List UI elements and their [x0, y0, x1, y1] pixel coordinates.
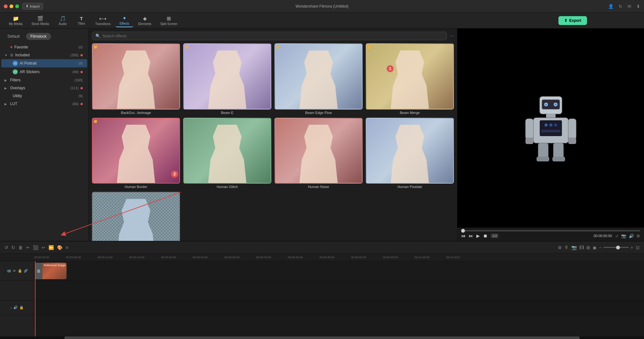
stop-button[interactable]: ⏹: [483, 233, 487, 238]
zoom-in-icon[interactable]: +: [631, 245, 633, 250]
import-button[interactable]: ⬇ Import: [22, 3, 43, 9]
volume-track-icon[interactable]: 🔊: [13, 305, 18, 310]
zoom-thumb[interactable]: [616, 246, 620, 249]
account-icon[interactable]: 👤: [608, 4, 614, 9]
sidebar-item-lut[interactable]: ▶ LUT (66): [1, 100, 87, 108]
volume-icon[interactable]: 🔊: [629, 234, 634, 238]
effect-item-beam-e[interactable]: 👑 Beam E: [183, 43, 271, 115]
reference-image-clip[interactable]: 🖼 Reference Image 2: [35, 263, 67, 279]
play-button[interactable]: ▶: [476, 233, 480, 238]
link-icon[interactable]: 🔗: [24, 269, 28, 273]
screenshot-icon[interactable]: 📷: [621, 234, 626, 238]
tab-default[interactable]: Default: [3, 33, 24, 40]
sidebar-item-overlays[interactable]: ▶ Overlays (111): [1, 84, 87, 92]
ruler-mark-3: 00:00:15:00: [129, 256, 161, 259]
audio-track-content[interactable]: [34, 300, 644, 315]
preview-scrubber[interactable]: [461, 230, 640, 231]
effect-thumb-human-border[interactable]: 👑: [92, 118, 180, 184]
toolbar-effects[interactable]: ✦ Effects: [116, 14, 133, 27]
settings-icon[interactable]: ⚙: [636, 234, 640, 238]
close-button[interactable]: [4, 4, 8, 8]
fullscreen-icon[interactable]: ⤢: [615, 234, 619, 238]
effect-item-human-segmentation[interactable]: Human S...entation: [92, 192, 180, 241]
lock-audio-icon[interactable]: 🔒: [19, 305, 24, 310]
sidebar-item-ai-portrait[interactable]: AI AI Portrait (9): [1, 59, 87, 67]
toolbar-titles[interactable]: T Titles: [73, 15, 90, 27]
annotation-1: 1: [387, 65, 394, 72]
effect-item-human-glitch[interactable]: Human Glitch: [183, 118, 271, 189]
undo-icon[interactable]: ↺: [4, 245, 8, 250]
speed-icon[interactable]: ⏩: [48, 245, 54, 250]
svg-rect-12: [541, 130, 560, 132]
fit-icon[interactable]: ⊡: [636, 245, 640, 250]
cut-icon[interactable]: ✂: [26, 245, 30, 250]
scrollbar-thumb[interactable]: [64, 336, 580, 339]
svg-rect-13: [525, 119, 533, 139]
effect-item-human-border[interactable]: 👑 Human Border: [92, 118, 180, 189]
toolbar-transitions[interactable]: ⟷ Transitions: [91, 14, 114, 27]
sidebar-item-included[interactable]: ▼ ⊞ Included (395): [1, 51, 87, 59]
zoom-out-icon[interactable]: −: [599, 245, 602, 250]
zoom-slider[interactable]: [603, 247, 629, 248]
playback-rate[interactable]: 1/2: [491, 234, 499, 238]
search-input[interactable]: [102, 34, 443, 38]
effect-thumb-beam-edge-flow[interactable]: 👑: [274, 43, 363, 110]
download-icon[interactable]: ⬇: [636, 4, 640, 9]
effect-item-human-noise[interactable]: Human Noise: [274, 118, 363, 189]
effect-thumb-beam-merge[interactable]: 👑: [366, 43, 454, 110]
video-track-content[interactable]: 🖼 Reference Image 2: [34, 261, 644, 281]
effect-thumb-human-segmentation[interactable]: [92, 192, 180, 241]
effect-thumb-background-erimage[interactable]: 👑: [92, 43, 180, 110]
sidebar-item-utility[interactable]: Utility (9): [1, 92, 87, 100]
effect-thumb-human-glitch[interactable]: [183, 118, 271, 184]
export-button[interactable]: ⬆ Export: [558, 16, 587, 25]
eye-icon[interactable]: 👁: [13, 269, 16, 273]
toolbar-my-media[interactable]: 📁 My Media: [5, 14, 26, 27]
effect-item-background-erimage[interactable]: 👑 BackGro...ferimage: [92, 43, 180, 115]
redo-icon[interactable]: ↻: [11, 245, 15, 250]
effect-item-human-pixelate[interactable]: Human Pixelate: [366, 118, 454, 189]
audio-icon: 🎵: [60, 16, 66, 22]
toolbar-split-screen[interactable]: ⊞ Split Screen: [157, 14, 181, 27]
ai-portrait-icon: AI: [13, 61, 18, 66]
minimize-button[interactable]: [10, 4, 13, 8]
timeline-scrollbar[interactable]: [0, 336, 644, 339]
lock-icon[interactable]: 🔒: [18, 269, 22, 273]
maximize-button[interactable]: [15, 4, 19, 8]
ruler-mark-10: 00:00:50:00: [351, 256, 383, 259]
toolbar-elements[interactable]: ◈ Elements: [134, 14, 155, 27]
rotate-icon[interactable]: ↩: [42, 245, 45, 250]
adjust-icon[interactable]: ≡: [66, 245, 68, 250]
color-icon[interactable]: 🎨: [57, 245, 62, 250]
sidebar-item-filters[interactable]: ▶ Filters (160): [1, 76, 87, 84]
step-back-button[interactable]: ⏮: [461, 233, 466, 238]
grid-view-icon[interactable]: ⋯: [449, 34, 454, 39]
tab-filmstock[interactable]: Filmstock: [26, 33, 51, 40]
refresh-icon[interactable]: ↻: [619, 4, 622, 9]
snapshot-icon[interactable]: 🎞: [579, 245, 584, 250]
frame-back-button[interactable]: ⏭: [469, 233, 473, 238]
search-bar: 🔍: [92, 32, 447, 40]
mic-icon[interactable]: 🎙: [564, 245, 569, 250]
camera-icon[interactable]: 📷: [571, 245, 577, 250]
delete-icon[interactable]: 🗑: [18, 245, 23, 250]
playhead[interactable]: [35, 261, 35, 336]
mail-icon[interactable]: ✉: [628, 4, 631, 9]
ruler-mark-12: 00:01:00:00: [415, 256, 446, 259]
effect-thumb-human-pixelate[interactable]: [366, 118, 454, 184]
scrubber-head[interactable]: [461, 229, 465, 233]
sidebar-item-ar-stickers[interactable]: AR AR Stickers (40): [1, 68, 87, 76]
track-settings-icon[interactable]: ⚙: [558, 245, 562, 250]
effect-item-beam-merge[interactable]: 👑 Beam Merge: [366, 43, 454, 115]
grid-timeline-icon[interactable]: ⊞: [586, 245, 590, 250]
crop-icon[interactable]: ⬛: [33, 245, 38, 250]
effect-item-beam-edge-flow[interactable]: 👑 Beam Edge Flow: [274, 43, 363, 115]
toolbar-stock-media[interactable]: 🎬 Stock Media: [28, 14, 53, 27]
ar-stickers-icon: AR: [13, 69, 18, 74]
toolbar-audio[interactable]: 🎵 Audio: [54, 14, 71, 27]
clip-thumbnail: 🖼: [35, 263, 42, 279]
sidebar-item-favorite[interactable]: ♥ Favorite (0): [1, 43, 87, 51]
voiceover-icon[interactable]: ◉: [593, 245, 596, 250]
effect-thumb-human-noise[interactable]: [274, 118, 363, 184]
effect-thumb-beam-e[interactable]: 👑: [183, 43, 271, 110]
